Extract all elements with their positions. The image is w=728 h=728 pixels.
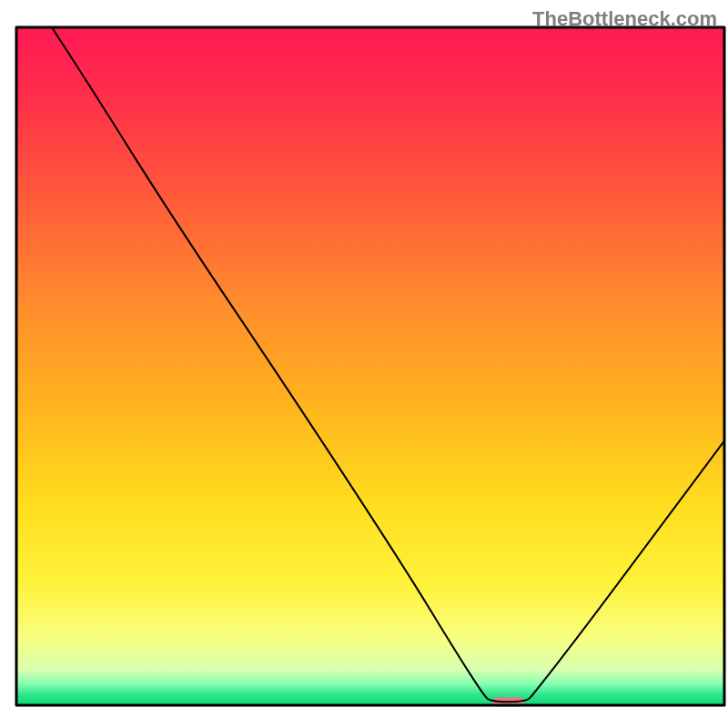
- bottleneck-chart: [0, 0, 728, 728]
- watermark-text: TheBottleneck.com: [532, 7, 717, 31]
